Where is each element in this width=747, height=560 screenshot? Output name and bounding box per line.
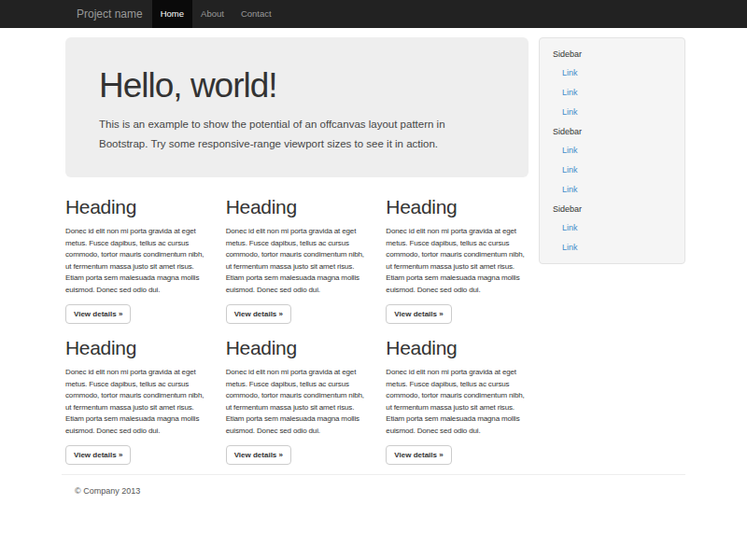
sidebar-link[interactable]: Link	[553, 83, 677, 103]
feature-body: Donec id elit non mi porta gravida at eg…	[65, 367, 208, 437]
view-details-button[interactable]: View details »	[386, 304, 451, 324]
jumbotron-text: This is an example to show the potential…	[99, 115, 491, 154]
sidebar-group-title: Sidebar	[553, 200, 677, 218]
sidebar-link[interactable]: Link	[553, 180, 677, 200]
feature-grid: Heading Donec id elit non mi porta gravi…	[65, 196, 529, 465]
feature-heading: Heading	[386, 196, 529, 218]
view-details-button[interactable]: View details »	[65, 445, 131, 465]
view-details-button[interactable]: View details »	[386, 445, 451, 465]
sidebar-well: SidebarLinkLinkLinkSidebarLinkLinkLinkSi…	[539, 37, 685, 264]
nav-item-contact[interactable]: Contact	[233, 0, 280, 28]
sidebar-link[interactable]: Link	[553, 141, 677, 161]
navbar-menu: HomeAboutContact	[152, 0, 280, 28]
jumbotron-title: Hello, world!	[99, 66, 495, 105]
navbar-inner: Project name HomeAboutContact	[62, 0, 685, 28]
feature-heading: Heading	[386, 337, 529, 359]
feature-body: Donec id elit non mi porta gravida at eg…	[65, 226, 208, 296]
view-details-button[interactable]: View details »	[65, 304, 131, 324]
view-details-button[interactable]: View details »	[226, 304, 291, 324]
view-details-button[interactable]: View details »	[226, 445, 291, 465]
sidebar-link[interactable]: Link	[553, 161, 677, 180]
feature-block: Heading Donec id elit non mi porta gravi…	[386, 337, 529, 465]
sidebar-link[interactable]: Link	[553, 218, 677, 238]
feature-heading: Heading	[65, 196, 208, 218]
feature-body: Donec id elit non mi porta gravida at eg…	[386, 226, 529, 296]
feature-block: Heading Donec id elit non mi porta gravi…	[386, 196, 529, 324]
sidebar-link[interactable]: Link	[553, 103, 677, 122]
sidebar-group-title: Sidebar	[553, 122, 677, 141]
feature-block: Heading Donec id elit non mi porta gravi…	[226, 196, 369, 324]
navbar-brand[interactable]: Project name	[62, 0, 152, 28]
navbar: Project name HomeAboutContact	[0, 0, 747, 28]
feature-heading: Heading	[226, 196, 369, 218]
feature-block: Heading Donec id elit non mi porta gravi…	[65, 337, 208, 465]
feature-heading: Heading	[65, 337, 208, 359]
jumbotron: Hello, world! This is an example to show…	[65, 37, 529, 177]
feature-block: Heading Donec id elit non mi porta gravi…	[226, 337, 369, 465]
feature-heading: Heading	[226, 337, 369, 359]
footer: © Company 2013	[62, 474, 685, 496]
footer-copyright: © Company 2013	[75, 486, 685, 496]
feature-body: Donec id elit non mi porta gravida at eg…	[226, 226, 369, 296]
sidebar: SidebarLinkLinkLinkSidebarLinkLinkLinkSi…	[539, 37, 685, 264]
feature-body: Donec id elit non mi porta gravida at eg…	[386, 367, 529, 437]
feature-body: Donec id elit non mi porta gravida at eg…	[226, 367, 369, 437]
sidebar-link[interactable]: Link	[553, 63, 677, 83]
nav-item-about[interactable]: About	[192, 0, 233, 28]
sidebar-group-title: Sidebar	[553, 45, 677, 63]
nav-item-home[interactable]: Home	[152, 0, 192, 28]
feature-block: Heading Donec id elit non mi porta gravi…	[65, 196, 208, 324]
sidebar-link[interactable]: Link	[553, 238, 677, 258]
main-content: Hello, world! This is an example to show…	[62, 37, 529, 465]
page-container: Hello, world! This is an example to show…	[62, 37, 685, 465]
